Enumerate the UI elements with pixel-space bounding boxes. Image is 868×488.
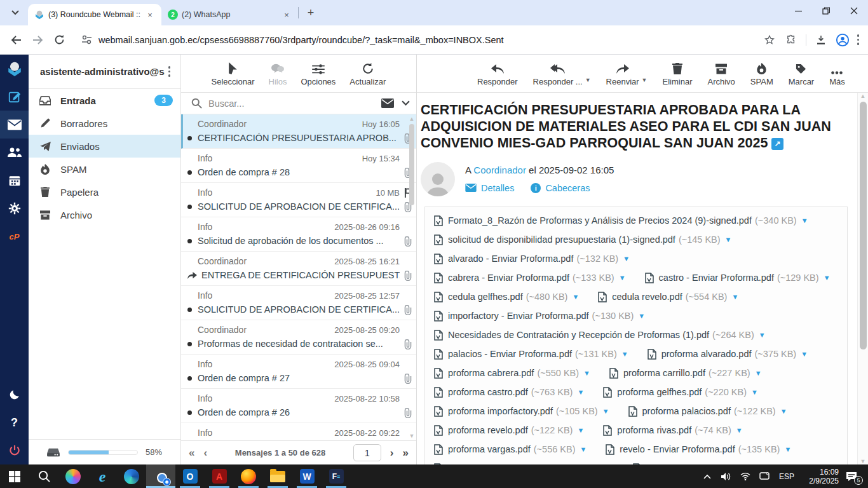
extensions-button[interactable] bbox=[780, 29, 802, 51]
message-row[interactable]: Info 2025-08-25 12:57 SOLICITUD DE APROB… bbox=[181, 286, 416, 320]
reply-all-menu-caret-icon[interactable]: ▼ bbox=[585, 77, 591, 83]
forward-menu-caret-icon[interactable]: ▼ bbox=[642, 77, 648, 83]
start-button[interactable] bbox=[0, 464, 29, 488]
scroll-up-icon[interactable]: ▲ bbox=[409, 116, 415, 122]
attachment-item[interactable]: proforma revelo.pdf (~122 KB) ▼ bbox=[434, 425, 584, 436]
reading-scrollbar[interactable]: ▲ ▼ bbox=[857, 93, 868, 464]
window-close-button[interactable] bbox=[840, 0, 868, 22]
reply-all-button[interactable]: Responder ... bbox=[533, 60, 583, 86]
details-link[interactable]: Detalles bbox=[465, 183, 514, 193]
rail-settings-button[interactable] bbox=[0, 194, 29, 222]
search-options-chevron-icon[interactable] bbox=[402, 100, 410, 106]
message-row[interactable]: Coordinador Hoy 16:05 CERTIFICACIÓN PRES… bbox=[181, 114, 416, 149]
reload-button[interactable] bbox=[48, 29, 70, 51]
logout-button[interactable] bbox=[0, 437, 29, 464]
attachment-item[interactable]: proforma rivas.pdf (~74 KB) ▼ bbox=[603, 425, 742, 436]
reply-button[interactable]: Responder bbox=[477, 60, 518, 86]
acrobat-button[interactable]: A bbox=[205, 464, 234, 488]
scroll-up-icon[interactable]: ▲ bbox=[860, 93, 866, 99]
notification-center-button[interactable]: 5 bbox=[839, 471, 864, 482]
attachment-menu-caret-icon[interactable]: ▼ bbox=[572, 293, 579, 301]
mark-button[interactable]: Marcar bbox=[789, 60, 814, 86]
attachment-item[interactable]: proforma vargas.pdf (~556 KB) ▼ bbox=[434, 444, 587, 455]
message-row[interactable]: Info 2025-08-22 10:58 Orden de compra # … bbox=[181, 389, 416, 423]
window-minimize-button[interactable] bbox=[784, 0, 812, 22]
recipient-link[interactable]: Coordinador bbox=[473, 165, 526, 175]
attachment-item[interactable]: proforma castro.pdf (~763 KB) ▼ bbox=[434, 387, 584, 398]
attachment-item[interactable]: cedula gelfhes.pdf (~480 KB) ▼ bbox=[434, 292, 579, 302]
chrome-button[interactable]: ☻ bbox=[146, 464, 175, 488]
sidebar-item-borradores[interactable]: Borradores bbox=[29, 112, 180, 135]
attachment-item[interactable]: cabrera - Enviar Proforma.pdf (~133 KB) … bbox=[434, 273, 626, 283]
first-page-button[interactable]: « bbox=[189, 447, 194, 459]
clock[interactable]: 16:09 2/9/2025 bbox=[799, 468, 839, 485]
attachment-menu-caret-icon[interactable]: ▼ bbox=[801, 217, 808, 224]
next-page-button[interactable]: › bbox=[390, 447, 394, 459]
scroll-down-icon[interactable]: ▼ bbox=[409, 433, 415, 439]
list-scrollbar[interactable]: ▲ ▼ bbox=[408, 116, 416, 439]
internet-explorer-button[interactable]: e bbox=[88, 464, 117, 488]
headers-link[interactable]: i Cabeceras bbox=[531, 183, 590, 193]
sidebar-item-entrada[interactable]: Entrada 3 bbox=[29, 89, 180, 112]
copilot-button[interactable] bbox=[58, 464, 88, 488]
attachment-menu-caret-icon[interactable]: ▼ bbox=[619, 274, 626, 281]
prev-page-button[interactable]: ‹ bbox=[203, 447, 207, 459]
search-input[interactable] bbox=[208, 98, 381, 109]
attachment-item[interactable]: imporfactory - Enviar Proforma.pdf (~130… bbox=[434, 311, 645, 322]
attachment-menu-caret-icon[interactable]: ▼ bbox=[824, 274, 831, 281]
dark-mode-button[interactable] bbox=[0, 381, 29, 409]
tab-close-icon[interactable]: × bbox=[145, 10, 155, 20]
word-button[interactable]: W bbox=[292, 464, 322, 488]
attachment-item[interactable]: proforma alvarado.pdf (~375 KB) ▼ bbox=[648, 349, 808, 360]
language-indicator[interactable]: ESP bbox=[774, 472, 799, 481]
attachment-menu-caret-icon[interactable]: ▼ bbox=[602, 407, 609, 415]
outlook-button[interactable]: O bbox=[175, 464, 205, 488]
rail-contacts-button[interactable] bbox=[0, 139, 29, 166]
browser-menu-button[interactable] bbox=[853, 30, 864, 49]
sidebar-item-papelera[interactable]: Papelera bbox=[29, 180, 180, 203]
sidebar-item-archivo[interactable]: Archivo bbox=[29, 203, 180, 226]
sidebar-item-enviados[interactable]: Enviados bbox=[29, 135, 180, 158]
attachment-menu-caret-icon[interactable]: ▼ bbox=[751, 388, 758, 396]
message-row[interactable]: Info 10 MB SOLICITUD DE APROBACION DE CE… bbox=[181, 183, 416, 217]
attachment-menu-caret-icon[interactable]: ▼ bbox=[621, 350, 628, 358]
attachment-item[interactable]: proforma gelfhes.pdf (~220 KB) ▼ bbox=[603, 387, 758, 398]
bookmark-button[interactable] bbox=[759, 29, 780, 51]
attachment-item[interactable]: rivas - Enviar Proforma.pdf (~133 KB) ▼ bbox=[434, 463, 614, 464]
tab-close-icon[interactable]: × bbox=[281, 10, 292, 20]
downloads-button[interactable] bbox=[810, 29, 832, 51]
tray-expand-button[interactable] bbox=[698, 474, 717, 479]
app-f-button[interactable]: F≡ bbox=[322, 464, 351, 488]
sidebar-item-spam[interactable]: SPAM bbox=[29, 158, 180, 180]
threads-button[interactable]: Hilos bbox=[269, 60, 287, 86]
attachment-menu-caret-icon[interactable]: ▼ bbox=[580, 445, 587, 453]
back-button[interactable] bbox=[5, 29, 27, 51]
forward-button[interactable]: Reenviar bbox=[606, 60, 639, 86]
options-button[interactable]: Opciones bbox=[301, 60, 336, 86]
help-button[interactable]: ? bbox=[0, 409, 29, 437]
tab-search-button[interactable] bbox=[6, 4, 24, 22]
file-explorer-button[interactable] bbox=[263, 464, 292, 488]
delete-button[interactable]: Eliminar bbox=[663, 60, 693, 86]
attachment-item[interactable]: solicitud de disponibilidad presupuestar… bbox=[434, 234, 731, 245]
attachment-menu-caret-icon[interactable]: ▼ bbox=[736, 426, 743, 434]
last-page-button[interactable]: » bbox=[403, 447, 409, 459]
page-number-input[interactable] bbox=[353, 444, 381, 461]
rail-calendar-button[interactable] bbox=[0, 166, 29, 194]
message-row[interactable]: Coordinador 2025-08-25 16:21 ENTREGA DE … bbox=[181, 252, 416, 286]
attachment-menu-caret-icon[interactable]: ▼ bbox=[577, 388, 584, 396]
attachment-item[interactable]: proforma palacios.pdf (~122 KB) ▼ bbox=[628, 406, 787, 417]
attachment-item[interactable]: revelo - Enviar Proforma.pdf (~135 KB) ▼ bbox=[606, 444, 791, 455]
cpanel-button[interactable]: cP bbox=[0, 222, 29, 250]
message-row[interactable]: Coordinador 2025-08-25 09:20 Proformas d… bbox=[181, 320, 416, 355]
tab-roundcube[interactable]: (3) Roundcube Webmail :: Envia × bbox=[28, 4, 161, 25]
archive-button[interactable]: Archivo bbox=[708, 60, 735, 86]
message-row[interactable]: Info 2025-08-22 09:22 bbox=[181, 423, 416, 440]
attachment-item[interactable]: proforma carrillo.pdf (~227 KB) ▼ bbox=[609, 368, 762, 379]
message-row[interactable]: Info 2025-08-25 09:04 Orden de compra # … bbox=[181, 355, 416, 389]
attachment-menu-caret-icon[interactable]: ▼ bbox=[759, 331, 766, 339]
attachment-menu-caret-icon[interactable]: ▼ bbox=[784, 445, 791, 453]
attachment-item[interactable]: alvarado - Enviar Proforma.pdf (~132 KB)… bbox=[434, 254, 630, 264]
attachment-item[interactable]: proforma imporfactory.pdf (~105 KB) ▼ bbox=[434, 406, 609, 417]
scrollbar-thumb[interactable] bbox=[860, 102, 867, 349]
